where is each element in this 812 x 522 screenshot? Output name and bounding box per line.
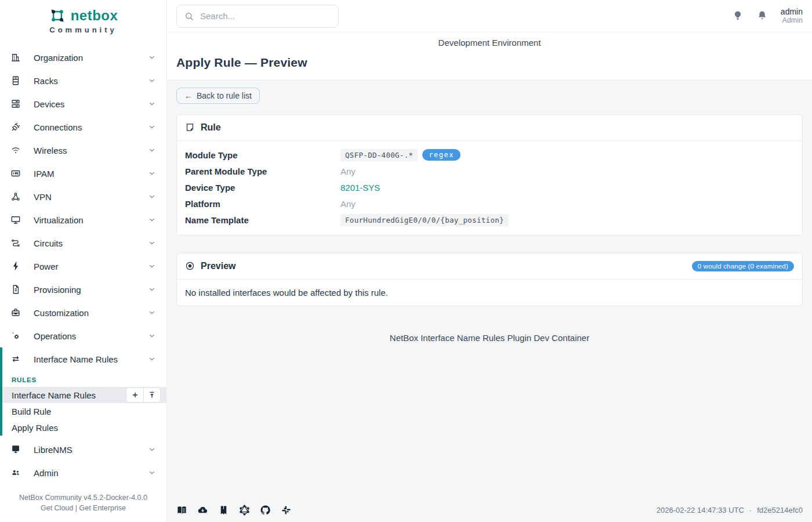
eye-icon — [185, 261, 195, 271]
brand-wordmark: netbox — [71, 8, 118, 24]
toolbox-icon — [10, 307, 22, 318]
sidebar-item-operations[interactable]: Operations — [0, 324, 166, 347]
github-icon[interactable] — [260, 505, 271, 516]
module-type-pattern: QSFP-DD-400G-.* — [340, 149, 418, 161]
server-icon — [10, 98, 22, 110]
sidebar-item-label: Connections — [34, 122, 148, 132]
building-icon — [10, 52, 22, 63]
footer-divider: | — [75, 504, 77, 512]
users-icon — [10, 467, 22, 478]
footer-separator: · — [749, 506, 752, 514]
sidebar-item-label: IPAM — [34, 169, 148, 179]
sidebar-subitem-label: Interface Name Rules — [12, 390, 96, 400]
rule-field-platform: Platform Any — [177, 195, 802, 212]
chevron-down-icon — [148, 193, 156, 201]
chevron-down-icon — [148, 169, 156, 177]
rule-card: Rule Module Type QSFP-DD-400G-.* regex P… — [176, 114, 803, 235]
platform-value: Any — [340, 199, 356, 209]
sidebar-item-interface-name-rules[interactable]: Interface Name Rules — [2, 347, 166, 371]
preview-card-header: Preview 0 would change (0 examined) — [177, 253, 802, 280]
sidebar-item-label: Devices — [34, 99, 148, 109]
global-search[interactable] — [176, 5, 339, 28]
chevron-down-icon — [148, 146, 156, 154]
version-text: NetBox Community v4.5.2-Docker-4.0.0 — [6, 492, 161, 503]
sidebar-item-librenms[interactable]: LibreNMS — [0, 438, 166, 461]
monitor-icon — [10, 214, 22, 226]
username: admin — [781, 7, 803, 17]
sidebar-item-provisioning[interactable]: Provisioning — [0, 278, 166, 301]
graphql-icon[interactable] — [239, 505, 250, 516]
brand[interactable]: netbox Community — [0, 0, 166, 38]
user-menu[interactable]: admin Admin — [781, 7, 803, 26]
sidebar-item-racks[interactable]: Racks — [0, 69, 166, 92]
api-docs-icon[interactable] — [218, 505, 229, 516]
preview-empty-message: No installed interfaces would be affecte… — [177, 280, 802, 306]
title-block: Development Environment Apply Rule — Pre… — [167, 32, 812, 80]
gears-icon — [10, 330, 22, 342]
sidebar-subitem-label: Build Rule — [12, 407, 51, 416]
sidebar-item-connections[interactable]: Connections — [0, 115, 166, 139]
sidebar-subitem-apply-rules[interactable]: Apply Rules — [2, 419, 166, 436]
chevron-down-icon — [148, 53, 156, 61]
sidebar-item-label: Interface Name Rules — [34, 354, 148, 364]
rule-card-title: Rule — [201, 122, 221, 133]
chevron-down-icon — [148, 216, 156, 224]
netbox-app: netbox Community Organization Racks Devi… — [0, 0, 812, 522]
sidebar-item-label: Operations — [34, 331, 148, 341]
footer-timestamp: 2026-02-22 14:47:33 UTC — [657, 506, 744, 514]
sidebar-item-circuits[interactable]: Circuits — [0, 231, 166, 255]
rules-section-header: RULES — [2, 371, 166, 387]
sidebar-item-label: LibreNMS — [34, 445, 148, 455]
sidebar-item-power[interactable]: Power — [0, 255, 166, 278]
chevron-down-icon — [148, 445, 156, 454]
sidebar-item-label: Virtualization — [34, 215, 148, 225]
import-rules-button[interactable] — [143, 388, 160, 402]
add-rule-button[interactable] — [126, 388, 143, 402]
sidebar-subitem-interface-name-rules[interactable]: Interface Name Rules — [2, 387, 166, 403]
sidebar-nav: Organization Racks Devices Connections — [0, 46, 166, 484]
name-template-value: FourHundredGigE0/0/0/{bay_position} — [340, 214, 509, 226]
sidebar-subitem-label: Apply Rules — [12, 423, 58, 433]
exchange-arrows-icon — [10, 353, 22, 365]
chevron-down-icon — [148, 77, 156, 85]
sidebar-item-organization[interactable]: Organization — [0, 46, 166, 69]
sidebar-item-label: Wireless — [34, 146, 148, 155]
notifications-bell-icon[interactable] — [756, 10, 768, 21]
chevron-down-icon — [148, 285, 156, 293]
chevron-down-icon — [148, 469, 156, 477]
rule-card-header: Rule — [177, 115, 802, 141]
search-input[interactable] — [200, 11, 331, 21]
sidebar-item-admin[interactable]: Admin — [0, 461, 166, 484]
back-arrow-icon: ← — [184, 91, 193, 100]
rule-field-device-type: Device Type 8201-SYS — [177, 179, 802, 195]
device-type-link[interactable]: 8201-SYS — [340, 183, 380, 193]
sidebar-item-customization[interactable]: Customization — [0, 301, 166, 324]
get-enterprise-link[interactable]: Get Enterprise — [79, 504, 126, 512]
sidebar-subitem-build-rule[interactable]: Build Rule — [2, 403, 166, 419]
slack-icon[interactable] — [281, 505, 292, 516]
sidebar-item-ipam[interactable]: IPAM — [0, 162, 166, 185]
regex-badge: regex — [422, 149, 461, 161]
sidebar-item-wireless[interactable]: Wireless — [0, 139, 166, 162]
sidebar-item-devices[interactable]: Devices — [0, 92, 166, 115]
network-nodes-icon — [10, 191, 22, 202]
rest-api-cloud-icon[interactable] — [197, 505, 208, 516]
parent-module-type-value: Any — [340, 166, 356, 176]
sidebar-item-label: Racks — [34, 76, 148, 86]
chevron-down-icon — [148, 355, 156, 363]
back-to-rule-list-button[interactable]: ← Back to rule list — [176, 88, 260, 104]
topbar: admin Admin — [167, 0, 812, 32]
get-cloud-link[interactable]: Get Cloud — [41, 504, 73, 512]
rack-icon — [10, 75, 22, 86]
interface-name-rules-group: Interface Name Rules RULES Interface Nam… — [0, 347, 166, 436]
rule-field-module-type: Module Type QSFP-DD-400G-.* regex — [177, 147, 802, 163]
user-role: Admin — [781, 16, 803, 25]
chevron-down-icon — [148, 100, 156, 108]
route-icon — [10, 237, 22, 249]
docs-book-icon[interactable] — [176, 505, 187, 516]
sidebar-item-vpn[interactable]: VPN — [0, 185, 166, 208]
footer-meta: 2026-02-22 14:47:33 UTC · fd2e5214efc0 — [657, 506, 803, 514]
theme-lightbulb-icon[interactable] — [732, 10, 744, 21]
wifi-icon — [10, 144, 22, 156]
sidebar-item-virtualization[interactable]: Virtualization — [0, 208, 166, 231]
